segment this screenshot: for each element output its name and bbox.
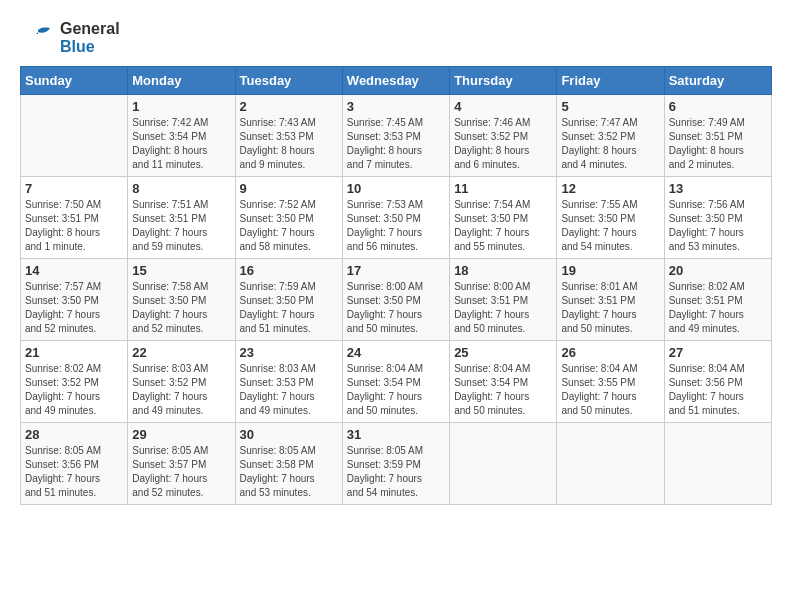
calendar-body: 1Sunrise: 7:42 AM Sunset: 3:54 PM Daylig…: [21, 95, 772, 505]
calendar-cell: [21, 95, 128, 177]
calendar-cell: 22Sunrise: 8:03 AM Sunset: 3:52 PM Dayli…: [128, 341, 235, 423]
day-number: 29: [132, 427, 230, 442]
cell-info: Sunrise: 7:51 AM Sunset: 3:51 PM Dayligh…: [132, 198, 230, 254]
day-number: 9: [240, 181, 338, 196]
cell-info: Sunrise: 8:01 AM Sunset: 3:51 PM Dayligh…: [561, 280, 659, 336]
day-number: 11: [454, 181, 552, 196]
cell-info: Sunrise: 7:55 AM Sunset: 3:50 PM Dayligh…: [561, 198, 659, 254]
calendar-cell: 3Sunrise: 7:45 AM Sunset: 3:53 PM Daylig…: [342, 95, 449, 177]
day-of-week-header: Wednesday: [342, 67, 449, 95]
logo-bird-icon: [20, 20, 56, 56]
calendar-week-row: 7Sunrise: 7:50 AM Sunset: 3:51 PM Daylig…: [21, 177, 772, 259]
header: General Blue: [20, 20, 772, 56]
day-number: 24: [347, 345, 445, 360]
day-number: 13: [669, 181, 767, 196]
cell-info: Sunrise: 8:04 AM Sunset: 3:56 PM Dayligh…: [669, 362, 767, 418]
calendar-cell: 31Sunrise: 8:05 AM Sunset: 3:59 PM Dayli…: [342, 423, 449, 505]
cell-info: Sunrise: 7:53 AM Sunset: 3:50 PM Dayligh…: [347, 198, 445, 254]
calendar-cell: 26Sunrise: 8:04 AM Sunset: 3:55 PM Dayli…: [557, 341, 664, 423]
day-of-week-header: Tuesday: [235, 67, 342, 95]
day-number: 1: [132, 99, 230, 114]
day-of-week-header: Thursday: [450, 67, 557, 95]
cell-info: Sunrise: 8:02 AM Sunset: 3:51 PM Dayligh…: [669, 280, 767, 336]
calendar-week-row: 1Sunrise: 7:42 AM Sunset: 3:54 PM Daylig…: [21, 95, 772, 177]
day-number: 6: [669, 99, 767, 114]
calendar-cell: 2Sunrise: 7:43 AM Sunset: 3:53 PM Daylig…: [235, 95, 342, 177]
day-number: 16: [240, 263, 338, 278]
calendar-cell: 13Sunrise: 7:56 AM Sunset: 3:50 PM Dayli…: [664, 177, 771, 259]
logo-text-blue: Blue: [60, 38, 95, 55]
calendar-cell: 10Sunrise: 7:53 AM Sunset: 3:50 PM Dayli…: [342, 177, 449, 259]
cell-info: Sunrise: 7:54 AM Sunset: 3:50 PM Dayligh…: [454, 198, 552, 254]
calendar-cell: 19Sunrise: 8:01 AM Sunset: 3:51 PM Dayli…: [557, 259, 664, 341]
day-number: 8: [132, 181, 230, 196]
cell-info: Sunrise: 7:42 AM Sunset: 3:54 PM Dayligh…: [132, 116, 230, 172]
day-number: 30: [240, 427, 338, 442]
calendar-cell: 16Sunrise: 7:59 AM Sunset: 3:50 PM Dayli…: [235, 259, 342, 341]
cell-info: Sunrise: 8:00 AM Sunset: 3:51 PM Dayligh…: [454, 280, 552, 336]
day-number: 15: [132, 263, 230, 278]
calendar-cell: 6Sunrise: 7:49 AM Sunset: 3:51 PM Daylig…: [664, 95, 771, 177]
day-of-week-header: Saturday: [664, 67, 771, 95]
cell-info: Sunrise: 8:05 AM Sunset: 3:59 PM Dayligh…: [347, 444, 445, 500]
calendar-cell: 18Sunrise: 8:00 AM Sunset: 3:51 PM Dayli…: [450, 259, 557, 341]
day-number: 2: [240, 99, 338, 114]
cell-info: Sunrise: 7:49 AM Sunset: 3:51 PM Dayligh…: [669, 116, 767, 172]
day-number: 28: [25, 427, 123, 442]
calendar-cell: 9Sunrise: 7:52 AM Sunset: 3:50 PM Daylig…: [235, 177, 342, 259]
day-number: 27: [669, 345, 767, 360]
cell-info: Sunrise: 7:46 AM Sunset: 3:52 PM Dayligh…: [454, 116, 552, 172]
day-number: 23: [240, 345, 338, 360]
day-number: 14: [25, 263, 123, 278]
day-number: 21: [25, 345, 123, 360]
calendar-cell: [664, 423, 771, 505]
calendar-cell: 30Sunrise: 8:05 AM Sunset: 3:58 PM Dayli…: [235, 423, 342, 505]
cell-info: Sunrise: 7:47 AM Sunset: 3:52 PM Dayligh…: [561, 116, 659, 172]
day-number: 31: [347, 427, 445, 442]
day-number: 4: [454, 99, 552, 114]
day-of-week-header: Sunday: [21, 67, 128, 95]
calendar-header-row: SundayMondayTuesdayWednesdayThursdayFrid…: [21, 67, 772, 95]
calendar-cell: [557, 423, 664, 505]
cell-info: Sunrise: 7:50 AM Sunset: 3:51 PM Dayligh…: [25, 198, 123, 254]
calendar-cell: 8Sunrise: 7:51 AM Sunset: 3:51 PM Daylig…: [128, 177, 235, 259]
day-number: 26: [561, 345, 659, 360]
cell-info: Sunrise: 8:00 AM Sunset: 3:50 PM Dayligh…: [347, 280, 445, 336]
cell-info: Sunrise: 7:58 AM Sunset: 3:50 PM Dayligh…: [132, 280, 230, 336]
calendar-cell: 14Sunrise: 7:57 AM Sunset: 3:50 PM Dayli…: [21, 259, 128, 341]
cell-info: Sunrise: 7:45 AM Sunset: 3:53 PM Dayligh…: [347, 116, 445, 172]
calendar-week-row: 14Sunrise: 7:57 AM Sunset: 3:50 PM Dayli…: [21, 259, 772, 341]
day-number: 18: [454, 263, 552, 278]
calendar-cell: 23Sunrise: 8:03 AM Sunset: 3:53 PM Dayli…: [235, 341, 342, 423]
calendar-week-row: 28Sunrise: 8:05 AM Sunset: 3:56 PM Dayli…: [21, 423, 772, 505]
calendar-cell: 27Sunrise: 8:04 AM Sunset: 3:56 PM Dayli…: [664, 341, 771, 423]
day-number: 19: [561, 263, 659, 278]
cell-info: Sunrise: 7:52 AM Sunset: 3:50 PM Dayligh…: [240, 198, 338, 254]
day-number: 17: [347, 263, 445, 278]
cell-info: Sunrise: 7:57 AM Sunset: 3:50 PM Dayligh…: [25, 280, 123, 336]
calendar-cell: 15Sunrise: 7:58 AM Sunset: 3:50 PM Dayli…: [128, 259, 235, 341]
logo-text-general: General: [60, 20, 120, 37]
calendar-table: SundayMondayTuesdayWednesdayThursdayFrid…: [20, 66, 772, 505]
cell-info: Sunrise: 8:03 AM Sunset: 3:53 PM Dayligh…: [240, 362, 338, 418]
cell-info: Sunrise: 7:59 AM Sunset: 3:50 PM Dayligh…: [240, 280, 338, 336]
calendar-cell: 25Sunrise: 8:04 AM Sunset: 3:54 PM Dayli…: [450, 341, 557, 423]
cell-info: Sunrise: 7:56 AM Sunset: 3:50 PM Dayligh…: [669, 198, 767, 254]
cell-info: Sunrise: 8:05 AM Sunset: 3:58 PM Dayligh…: [240, 444, 338, 500]
calendar-cell: 7Sunrise: 7:50 AM Sunset: 3:51 PM Daylig…: [21, 177, 128, 259]
calendar-cell: [450, 423, 557, 505]
calendar-cell: 4Sunrise: 7:46 AM Sunset: 3:52 PM Daylig…: [450, 95, 557, 177]
day-number: 10: [347, 181, 445, 196]
day-of-week-header: Monday: [128, 67, 235, 95]
day-number: 25: [454, 345, 552, 360]
calendar-cell: 20Sunrise: 8:02 AM Sunset: 3:51 PM Dayli…: [664, 259, 771, 341]
day-number: 22: [132, 345, 230, 360]
cell-info: Sunrise: 8:05 AM Sunset: 3:57 PM Dayligh…: [132, 444, 230, 500]
calendar-cell: 5Sunrise: 7:47 AM Sunset: 3:52 PM Daylig…: [557, 95, 664, 177]
calendar-cell: 24Sunrise: 8:04 AM Sunset: 3:54 PM Dayli…: [342, 341, 449, 423]
cell-info: Sunrise: 8:03 AM Sunset: 3:52 PM Dayligh…: [132, 362, 230, 418]
cell-info: Sunrise: 8:05 AM Sunset: 3:56 PM Dayligh…: [25, 444, 123, 500]
cell-info: Sunrise: 8:04 AM Sunset: 3:55 PM Dayligh…: [561, 362, 659, 418]
calendar-cell: 1Sunrise: 7:42 AM Sunset: 3:54 PM Daylig…: [128, 95, 235, 177]
day-number: 12: [561, 181, 659, 196]
